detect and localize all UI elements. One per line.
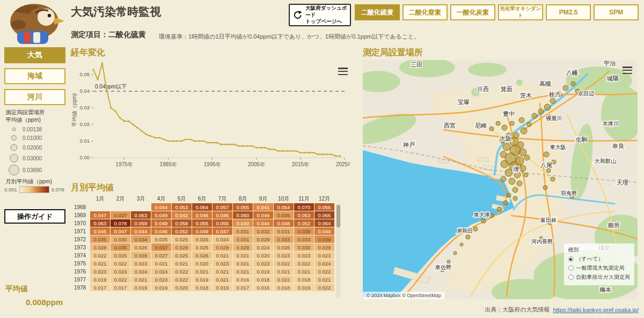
heatmap-cell[interactable]: 0.022: [274, 260, 294, 267]
heatmap-cell[interactable]: 0.028: [131, 252, 151, 259]
station-marker[interactable]: [563, 85, 568, 91]
heatmap-cell[interactable]: 0.023: [274, 252, 294, 259]
heatmap-cell[interactable]: 0.030: [111, 235, 130, 243]
station-marker[interactable]: [544, 104, 551, 110]
heatmap-cell[interactable]: 0.034: [131, 235, 151, 243]
heatmap-cell[interactable]: 0.024: [314, 260, 334, 267]
heatmap-cell[interactable]: 0.023: [314, 252, 334, 259]
heatmap-cell[interactable]: 0.025: [192, 243, 212, 251]
heatmap-cell[interactable]: 0.049: [151, 219, 171, 227]
station-marker[interactable]: [489, 213, 494, 218]
tab-pollutant-3[interactable]: 一酸化炭素: [450, 4, 495, 20]
station-marker[interactable]: [510, 121, 514, 125]
heatmap-cell[interactable]: 0.045: [90, 227, 110, 235]
station-marker[interactable]: [571, 82, 575, 86]
station-marker[interactable]: [513, 187, 518, 193]
station-marker[interactable]: [501, 176, 506, 182]
heatmap-cell[interactable]: 0.066: [314, 211, 334, 219]
heatmap-cell[interactable]: 0.023: [131, 260, 151, 267]
heatmap-cell[interactable]: 0.026: [192, 252, 212, 259]
station-marker[interactable]: [519, 165, 526, 172]
heatmap-cell[interactable]: 0.036: [274, 211, 294, 219]
heatmap-cell[interactable]: 0.019: [213, 284, 232, 291]
heatmap-cell[interactable]: 0.046: [151, 227, 171, 235]
heatmap-cell[interactable]: 0.021: [213, 268, 232, 275]
station-marker[interactable]: [550, 98, 555, 103]
heatmap-cell[interactable]: 0.049: [192, 227, 212, 235]
heatmap-cell[interactable]: 0.021: [90, 260, 110, 267]
trend-line-chart[interactable]: 0.000.010.020.030.040.051975年1985年1995年2…: [70, 57, 350, 173]
heatmap-cell[interactable]: 0.022: [111, 260, 130, 267]
heatmap-cell[interactable]: 0.044: [314, 227, 334, 235]
tab-pollutant-2[interactable]: 二酸化窒素: [402, 4, 448, 20]
tab-pollutant-6[interactable]: SPM: [594, 4, 639, 20]
heatmap-cell[interactable]: 0.022: [294, 260, 314, 267]
heatmap-cell[interactable]: 0.029: [253, 235, 273, 243]
heatmap-cell[interactable]: 0.017: [233, 284, 253, 291]
station-marker[interactable]: [552, 160, 556, 164]
heatmap-cell[interactable]: 0.024: [253, 243, 273, 251]
heatmap-cell[interactable]: 0.030: [294, 243, 314, 251]
heatmap-cell[interactable]: 0.078: [111, 219, 130, 227]
station-marker[interactable]: [447, 260, 450, 263]
heatmap-cell[interactable]: 0.047: [90, 211, 110, 219]
heatmap-cell[interactable]: 0.026: [274, 243, 294, 251]
heatmap-cell[interactable]: 0.021: [233, 260, 253, 267]
heatmap-cell[interactable]: 0.029: [213, 243, 232, 251]
heatmap-cell[interactable]: 0.022: [111, 276, 130, 283]
heatmap-cell[interactable]: 0.054: [274, 203, 294, 211]
heatmap-cell[interactable]: 0.023: [213, 260, 232, 267]
heatmap-cell[interactable]: 0.044: [253, 219, 273, 227]
station-marker[interactable]: [503, 143, 510, 151]
station-marker[interactable]: [502, 125, 507, 130]
heatmap-cell[interactable]: 0.044: [131, 227, 151, 235]
station-marker[interactable]: [527, 122, 531, 127]
heatmap-cell[interactable]: 0.063: [131, 211, 151, 219]
heatmap-cell[interactable]: 0.023: [90, 268, 110, 275]
station-marker[interactable]: [532, 113, 537, 119]
heatmap-cell[interactable]: 0.046: [192, 211, 212, 219]
heatmap-cell[interactable]: 0.018: [192, 284, 212, 291]
station-marker[interactable]: [503, 201, 508, 205]
station-marker[interactable]: [497, 207, 501, 211]
heatmap-cell[interactable]: 0.021: [172, 260, 192, 267]
heatmap-cell[interactable]: 0.024: [111, 268, 130, 275]
station-marker[interactable]: [489, 127, 494, 131]
heatmap-cell[interactable]: 0.064: [192, 203, 212, 211]
heatmap-cell[interactable]: 0.056: [192, 219, 212, 227]
source-link[interactable]: https://taiki.kankyo.pref.osaka.jp/: [553, 307, 639, 313]
station-marker[interactable]: [514, 132, 519, 138]
station-marker[interactable]: [551, 177, 555, 181]
heatmap-cell[interactable]: 0.042: [172, 211, 192, 219]
heatmap-cell[interactable]: 0.049: [151, 211, 171, 219]
station-marker[interactable]: [524, 155, 530, 160]
heatmap-cell[interactable]: [131, 203, 151, 211]
map-menu-icon[interactable]: [623, 66, 632, 74]
station-marker[interactable]: [509, 178, 515, 184]
heatmap-cell[interactable]: 0.037: [111, 211, 130, 219]
heatmap-cell[interactable]: 0.060: [233, 211, 253, 219]
heatmap-cell[interactable]: 0.018: [294, 276, 314, 283]
heatmap-cell[interactable]: 0.047: [111, 227, 130, 235]
heatmap-cell[interactable]: 0.019: [253, 268, 273, 275]
heatmap-cell[interactable]: 0.056: [314, 203, 334, 211]
heatmap-cell[interactable]: 0.021: [233, 268, 253, 275]
heatmap-cell[interactable]: 0.021: [233, 252, 253, 259]
sidebar-domain-button-1[interactable]: 大気: [4, 47, 65, 63]
tab-pollutant-1[interactable]: 二酸化硫黄: [355, 4, 400, 20]
heatmap-cell[interactable]: 0.055: [213, 219, 232, 227]
heatmap-cell[interactable]: 0.031: [233, 235, 253, 243]
heatmap-cell[interactable]: 0.021: [192, 268, 212, 275]
heatmap-cell[interactable]: 0.032: [253, 227, 273, 235]
sidebar-domain-button-3[interactable]: 河川: [4, 89, 65, 105]
heatmap-cell[interactable]: 0.021: [131, 276, 151, 283]
heatmap-cell[interactable]: 0.019: [90, 276, 110, 283]
station-marker[interactable]: [543, 186, 547, 190]
station-marker[interactable]: [546, 168, 551, 173]
heatmap-cell[interactable]: 0.022: [172, 276, 192, 283]
heatmap-cell[interactable]: 0.018: [253, 276, 273, 283]
heatmap-cell[interactable]: 0.044: [151, 203, 171, 211]
heatmap-cell[interactable]: 0.035: [111, 243, 130, 251]
heatmap-cell[interactable]: 0.052: [172, 227, 192, 235]
heatmap-cell[interactable]: 0.022: [314, 268, 334, 275]
